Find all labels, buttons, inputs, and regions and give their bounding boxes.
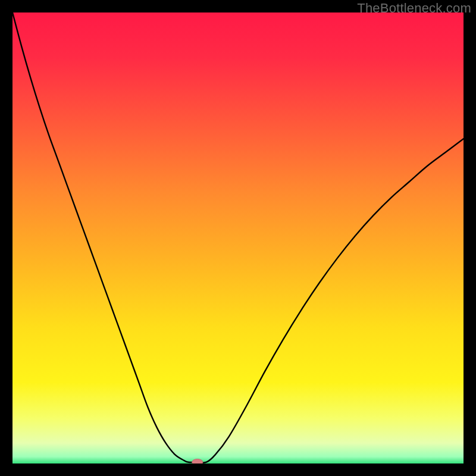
chart-frame <box>12 12 464 464</box>
minimum-marker <box>192 459 203 464</box>
bottleneck-chart <box>12 12 464 464</box>
gradient-background <box>12 12 464 464</box>
watermark-text: TheBottleneck.com <box>357 1 471 16</box>
